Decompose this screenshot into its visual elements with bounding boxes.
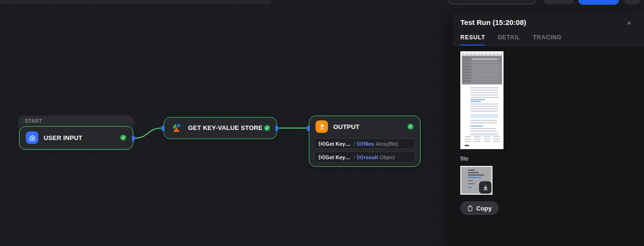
node-title: GET KEY-VALUE STORE RE [188,124,264,131]
port-output-in[interactable] [307,126,310,131]
output-variable-row-result[interactable]: {x}Get Key…/{x}resultObject [314,152,415,163]
top-primary-button[interactable] [578,0,619,5]
variable-name: result [363,154,378,160]
edge-user-input-to-kv[interactable] [134,128,162,138]
top-icon-button[interactable] [624,0,640,4]
success-check-icon: ✓ [407,123,414,130]
result-image-thumbnail[interactable] [460,51,503,149]
file-output-label: file [460,155,636,162]
port-user-input-out[interactable] [132,136,135,141]
download-icon[interactable] [479,181,492,194]
variable-icon: {x} [357,141,363,146]
node-output[interactable]: OUTPUT ✓ {x}Get Key…/{x}filesArray[file]… [309,116,421,167]
file-thumbnail[interactable] [460,166,492,195]
clipboard-icon [467,205,473,211]
variable-icon: {x} [318,154,325,160]
copy-button-label: Copy [476,205,492,212]
port-kv-in[interactable] [162,126,164,131]
variable-type: Object [379,154,395,160]
top-toolbar-strip [0,0,271,4]
node-user-input[interactable]: USER INPUT ✓ [19,126,133,150]
top-secondary-button[interactable] [544,0,574,4]
node-get-key-value-store[interactable]: GET KEY-VALUE STORE RE ✓ [164,117,277,139]
tab-tracing[interactable]: TRACING [533,34,562,45]
variable-name: files [363,141,374,147]
port-kv-out[interactable] [275,126,278,131]
top-search-input[interactable] [448,0,536,4]
variable-type: Array[file] [375,141,398,147]
variable-icon: {x} [357,154,363,160]
node-title: USER INPUT [44,134,120,141]
panel-header: Test Run (15:20:08) × [453,12,644,26]
node-title: OUTPUT [333,123,407,130]
copy-button[interactable]: Copy [460,201,499,215]
variable-icon: {x} [318,141,325,146]
close-icon[interactable]: × [625,19,633,27]
success-check-icon: ✓ [120,134,127,141]
flag-icon [316,120,328,133]
output-variable-row-files[interactable]: {x}Get Key…/{x}filesArray[file] [314,138,415,149]
variable-source: Get Key… [325,141,351,147]
separator: / [353,154,355,160]
tab-detail[interactable]: DETAIL [498,34,520,45]
tab-result[interactable]: RESULT [460,34,485,45]
apify-logo-icon [170,122,183,134]
home-icon [26,131,38,144]
separator: / [353,141,355,147]
panel-tabs: RESULT DETAIL TRACING [453,34,644,46]
variable-source: Get Key… [325,154,351,160]
success-check-icon: ✓ [264,125,270,131]
test-run-panel: Test Run (15:20:08) × RESULT DETAIL TRAC… [453,12,644,246]
start-group-label: START [25,118,42,124]
panel-result-body: file Copy [453,46,644,246]
output-variable-list: {x}Get Key…/{x}filesArray[file] {x}Get K… [309,137,420,167]
panel-title: Test Run (15:20:08) [460,18,636,26]
